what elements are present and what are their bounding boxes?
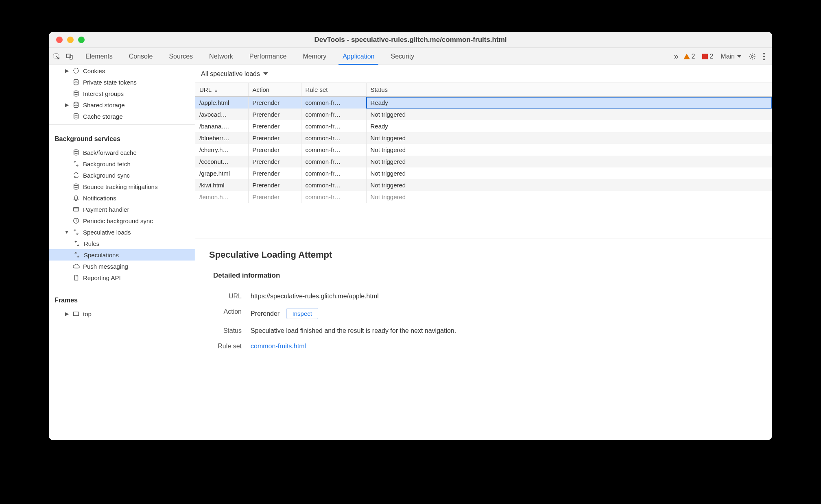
inspect-button[interactable]: Inspect — [286, 308, 318, 319]
svg-point-5 — [74, 79, 79, 81]
speculations-table: URL▲ Action Rule set Status /apple.htmlP… — [195, 83, 772, 239]
tab-console[interactable]: Console — [121, 48, 161, 65]
error-count: 2 — [710, 53, 713, 60]
close-window-button[interactable] — [56, 37, 63, 43]
col-url[interactable]: URL▲ — [195, 83, 248, 97]
sidebar-item-cache-storage[interactable]: Cache storage — [49, 111, 195, 122]
cell-url: /coconut… — [195, 156, 248, 167]
sidebar-item-push[interactable]: Push messaging — [49, 261, 195, 272]
cell-status: Not triggered — [366, 132, 772, 144]
svg-rect-13 — [74, 312, 79, 316]
sidebar-item-label: Interest groups — [83, 90, 124, 97]
device-toolbar-icon[interactable] — [66, 53, 73, 60]
cell-url: /apple.html — [195, 97, 248, 109]
detail-ruleset-link[interactable]: common-fruits.html — [251, 343, 306, 350]
sidebar-item-periodic[interactable]: Periodic background sync — [49, 215, 195, 226]
error-square-icon — [702, 54, 708, 59]
svg-point-3 — [751, 55, 753, 57]
more-options-icon[interactable] — [763, 53, 765, 60]
cell-status: Not triggered — [366, 167, 772, 179]
sort-asc-icon: ▲ — [214, 88, 218, 93]
expand-icon: ▶ — [64, 311, 69, 317]
sidebar-item-bounce[interactable]: Bounce tracking mitigations — [49, 181, 195, 192]
tab-performance[interactable]: Performance — [241, 48, 295, 65]
application-sidebar: ▶ Cookies Private state tokens Interest … — [49, 65, 195, 440]
sidebar-item-bg-sync[interactable]: Background sync — [49, 169, 195, 181]
sidebar-item-top-frame[interactable]: ▶ top — [49, 308, 195, 319]
warning-triangle-icon — [683, 54, 690, 59]
cell-url: /grape.html — [195, 167, 248, 179]
detail-action-label: Action — [213, 308, 242, 315]
warning-count: 2 — [692, 53, 695, 60]
sidebar-item-bg-fetch[interactable]: Background fetch — [49, 158, 195, 169]
warnings-badge[interactable]: 2 — [683, 53, 695, 60]
sidebar-item-speculative[interactable]: ▼ Speculative loads — [49, 226, 195, 238]
sidebar-item-reporting[interactable]: Reporting API — [49, 272, 195, 283]
detail-subheading: Detailed information — [209, 272, 758, 280]
cell-status: Not triggered — [366, 179, 772, 191]
sidebar-item-label: Reporting API — [83, 274, 121, 281]
sidebar-item-notifications[interactable]: Notifications — [49, 192, 195, 204]
tab-application[interactable]: Application — [334, 48, 382, 65]
table-row[interactable]: /grape.htmlPrerendercommon-fr…Not trigge… — [195, 167, 772, 179]
table-row[interactable]: /cherry.h…Prerendercommon-fr…Not trigger… — [195, 144, 772, 156]
minimize-window-button[interactable] — [67, 37, 74, 43]
sidebar-item-label: Back/forward cache — [83, 149, 137, 156]
tab-sources[interactable]: Sources — [161, 48, 201, 65]
sidebar-item-label: Speculations — [84, 252, 119, 259]
sync-icon — [73, 251, 81, 259]
tab-security[interactable]: Security — [382, 48, 422, 65]
sidebar-item-shared-storage[interactable]: ▶ Shared storage — [49, 99, 195, 111]
more-tabs-button[interactable]: » — [674, 52, 676, 61]
tab-network[interactable]: Network — [201, 48, 241, 65]
sidebar-item-rules[interactable]: Rules — [49, 238, 195, 249]
table-row[interactable]: /banana.…Prerendercommon-fr…Ready — [195, 120, 772, 132]
cell-ruleset: common-fr… — [301, 109, 366, 120]
window-title: DevTools - speculative-rules.glitch.me/c… — [49, 36, 772, 44]
cell-url: /kiwi.html — [195, 179, 248, 191]
cell-ruleset: common-fr… — [301, 132, 366, 144]
sidebar-item-bf-cache[interactable]: Back/forward cache — [49, 147, 195, 158]
bell-icon — [72, 194, 80, 202]
col-action[interactable]: Action — [248, 83, 301, 97]
sidebar-item-label: Speculative loads — [83, 229, 131, 236]
detail-status-label: Status — [213, 327, 242, 335]
tab-memory[interactable]: Memory — [295, 48, 334, 65]
target-selector[interactable]: Main — [721, 53, 741, 60]
cell-action: Prerender — [248, 179, 301, 191]
sidebar-item-interest-groups[interactable]: Interest groups — [49, 88, 195, 99]
svg-rect-11 — [74, 208, 79, 211]
col-ruleset[interactable]: Rule set — [301, 83, 366, 97]
speculations-main: All speculative loads URL▲ Action Rule s… — [195, 65, 772, 440]
cell-status: Not triggered — [366, 144, 772, 156]
database-icon — [72, 113, 80, 120]
database-icon — [72, 78, 80, 86]
window-controls — [49, 37, 85, 43]
table-row[interactable]: /apple.htmlPrerendercommon-fr…Ready — [195, 97, 772, 109]
inspect-element-icon[interactable] — [53, 53, 60, 60]
col-status[interactable]: Status — [366, 83, 772, 97]
settings-icon[interactable] — [749, 53, 756, 60]
cell-url: /lemon.h… — [195, 191, 248, 203]
maximize-window-button[interactable] — [78, 37, 85, 43]
sidebar-item-speculations[interactable]: Speculations — [49, 249, 195, 261]
sidebar-item-cookies[interactable]: ▶ Cookies — [49, 65, 195, 76]
sidebar-item-label: Private state tokens — [83, 79, 137, 86]
sidebar-item-payment[interactable]: Payment handler — [49, 204, 195, 215]
sidebar-item-private-tokens[interactable]: Private state tokens — [49, 76, 195, 88]
sidebar-item-label: Push messaging — [83, 263, 128, 270]
table-row[interactable]: /coconut…Prerendercommon-fr…Not triggere… — [195, 156, 772, 167]
tab-elements[interactable]: Elements — [77, 48, 121, 65]
database-icon — [72, 149, 80, 156]
filter-dropdown[interactable]: All speculative loads — [201, 70, 268, 78]
table-row[interactable]: /blueberr…Prerendercommon-fr…Not trigger… — [195, 132, 772, 144]
detail-pane: Speculative Loading Attempt Detailed inf… — [195, 239, 772, 440]
table-row[interactable]: /lemon.h…Prerendercommon-fr…Not triggere… — [195, 191, 772, 203]
table-row[interactable]: /avocad…Prerendercommon-fr…Not triggered — [195, 109, 772, 120]
sidebar-item-label: Cookies — [83, 67, 105, 74]
sidebar-item-label: Background fetch — [83, 161, 131, 167]
table-row[interactable]: /kiwi.htmlPrerendercommon-fr…Not trigger… — [195, 179, 772, 191]
cell-url: /cherry.h… — [195, 144, 248, 156]
errors-badge[interactable]: 2 — [702, 53, 713, 60]
cell-action: Prerender — [248, 120, 301, 132]
